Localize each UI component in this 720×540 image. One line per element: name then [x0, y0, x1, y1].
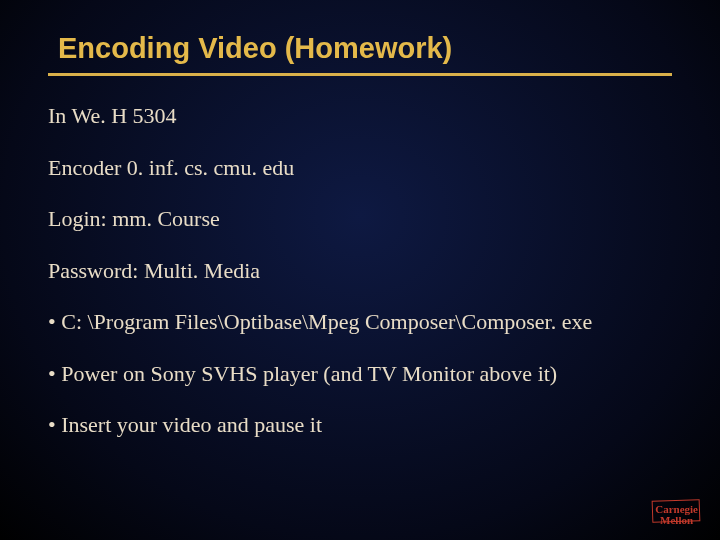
slide-title: Encoding Video (Homework) — [48, 32, 672, 73]
line-login: Login: mm. Course — [48, 205, 672, 233]
bullet-insert: • Insert your video and pause it — [48, 411, 672, 439]
bullet-path: • C: \Program Files\Optibase\Mpeg Compos… — [48, 308, 672, 336]
line-location: In We. H 5304 — [48, 102, 672, 130]
title-divider — [48, 73, 672, 76]
line-password: Password: Multi. Media — [48, 257, 672, 285]
bullet-power: • Power on Sony SVHS player (and TV Moni… — [48, 360, 672, 388]
slide: Encoding Video (Homework) In We. H 5304 … — [0, 0, 720, 540]
logo-box-icon — [652, 499, 701, 523]
line-host: Encoder 0. inf. cs. cmu. edu — [48, 154, 672, 182]
carnegie-mellon-logo: Carnegie Mellon — [655, 504, 698, 526]
slide-body: In We. H 5304 Encoder 0. inf. cs. cmu. e… — [48, 102, 672, 439]
